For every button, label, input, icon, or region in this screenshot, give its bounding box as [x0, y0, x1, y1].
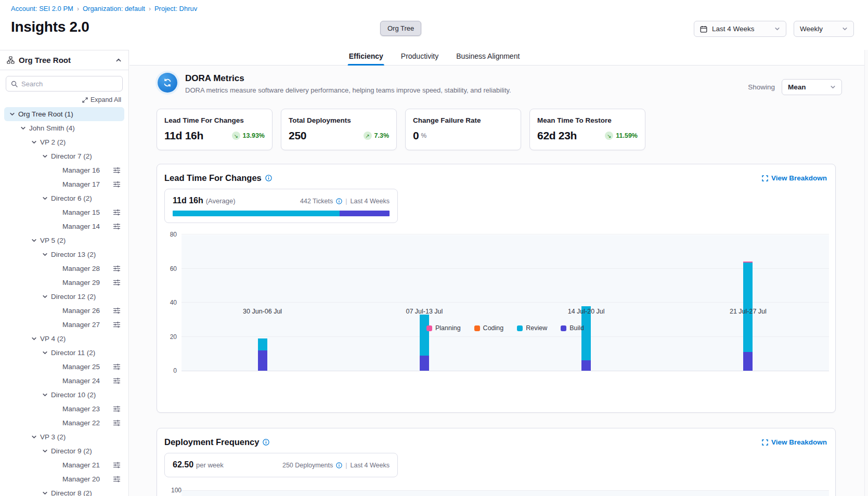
chevron-down-icon[interactable] — [31, 434, 37, 440]
chart-plot-area — [182, 235, 829, 371]
chevron-down-icon[interactable] — [31, 336, 37, 342]
legend-swatch — [426, 325, 432, 331]
chevron-down-icon[interactable] — [42, 350, 48, 356]
chevron-down-icon[interactable] — [42, 195, 48, 201]
view-breakdown-label: View Breakdown — [771, 174, 827, 182]
deployment-frequency-card: Deployment Frequency View Breakdown — [157, 428, 836, 496]
bar-segment-build — [258, 350, 267, 371]
tree-item-director-9-2-[interactable]: Director 9 (2) — [4, 444, 124, 458]
tree-item-label: Manager 29 — [62, 279, 100, 286]
sliders-icon[interactable] — [113, 181, 121, 188]
tree-item-manager-26[interactable]: Manager 26 — [4, 304, 124, 318]
sliders-icon[interactable] — [113, 265, 121, 272]
tree-item-vp-5-2-[interactable]: VP 5 (2) — [4, 233, 124, 247]
breadcrumb-link[interactable]: Account: SEI 2.0 PM — [11, 5, 73, 12]
tree-item-manager-21[interactable]: Manager 21 — [4, 458, 124, 472]
tree-item-label: Manager 25 — [62, 363, 100, 371]
tree-item-director-13-2-[interactable]: Director 13 (2) — [4, 247, 124, 262]
tree-item-manager-24[interactable]: Manager 24 — [4, 374, 124, 388]
search-input[interactable] — [21, 80, 118, 88]
tab-efficiency[interactable]: Efficiency — [348, 50, 384, 66]
chevron-down-icon[interactable] — [42, 153, 48, 159]
tree-item-manager-22[interactable]: Manager 22 — [4, 416, 124, 430]
lead-time-title: Lead Time For Changes — [164, 173, 262, 183]
tree-item-label: Manager 27 — [62, 321, 100, 329]
chevron-down-icon[interactable] — [9, 111, 15, 117]
search-icon — [11, 81, 18, 87]
tree-item-director-12-2-[interactable]: Director 12 (2) — [4, 290, 124, 304]
sliders-icon[interactable] — [113, 462, 121, 468]
tree-item-manager-20[interactable]: Manager 20 — [4, 472, 124, 486]
granularity-select[interactable]: Weekly — [794, 21, 854, 37]
gridline — [182, 268, 829, 269]
tree-item-vp-4-2-[interactable]: VP 4 (2) — [4, 332, 124, 346]
metric-card-total-deployments: Total Deployments250↗7.3% — [281, 109, 397, 150]
tree-item-label: Manager 26 — [62, 307, 100, 315]
sliders-icon[interactable] — [113, 420, 121, 426]
sliders-icon[interactable] — [113, 406, 121, 412]
sliders-icon[interactable] — [113, 377, 121, 384]
chevron-down-icon[interactable] — [31, 139, 37, 145]
chevron-down-icon[interactable] — [42, 252, 48, 257]
sliders-icon[interactable] — [113, 209, 121, 216]
tree-item-director-11-2-[interactable]: Director 11 (2) — [4, 346, 124, 360]
sidebar-collapse-chevron-up-icon[interactable] — [115, 57, 122, 63]
expand-all-button[interactable]: Expand All — [0, 92, 128, 106]
scrollbar-track[interactable] — [864, 50, 868, 496]
sliders-icon[interactable] — [113, 279, 121, 286]
tree-item-director-6-2-[interactable]: Director 6 (2) — [4, 191, 124, 205]
org-tree-search[interactable] — [6, 76, 123, 92]
sliders-icon[interactable] — [113, 307, 121, 314]
info-icon[interactable] — [336, 198, 342, 204]
tree-item-director-7-2-[interactable]: Director 7 (2) — [4, 149, 124, 163]
chevron-down-icon[interactable] — [42, 490, 48, 496]
breadcrumb-link[interactable]: Project: Dhruv — [154, 5, 197, 12]
info-icon[interactable] — [336, 462, 342, 468]
tree-item-manager-15[interactable]: Manager 15 — [4, 205, 124, 219]
granularity-value: Weekly — [800, 25, 823, 33]
tree-item-vp-2-2-[interactable]: VP 2 (2) — [4, 135, 124, 149]
breadcrumb-link[interactable]: Organization: default — [83, 5, 145, 12]
dora-title: DORA Metrics — [185, 73, 511, 84]
sliders-icon[interactable] — [113, 167, 121, 174]
tree-item-vp-3-2-[interactable]: VP 3 (2) — [4, 430, 124, 444]
deployment-view-breakdown[interactable]: View Breakdown — [762, 438, 827, 446]
tree-item-manager-16[interactable]: Manager 16 — [4, 163, 124, 177]
chevron-down-icon[interactable] — [20, 125, 26, 131]
chevron-down-icon[interactable] — [42, 294, 48, 299]
tree-item-manager-23[interactable]: Manager 23 — [4, 402, 124, 416]
metric-value: 11d 16h — [164, 129, 203, 142]
insights-page: Account: SEI 2.0 PM›Organization: defaul… — [0, 0, 868, 496]
chevron-down-icon[interactable] — [42, 392, 48, 398]
dora-cycle-icon — [158, 73, 177, 93]
legend-label: Build — [569, 324, 584, 332]
x-axis-label: 21 Jul-27 Jul — [730, 308, 767, 315]
tree-item-manager-25[interactable]: Manager 25 — [4, 360, 124, 374]
sliders-icon[interactable] — [113, 321, 121, 328]
org-tree-button[interactable]: Org Tree — [380, 21, 421, 36]
tree-item-org-tree-root-1-[interactable]: Org Tree Root (1) — [4, 107, 124, 121]
tree-item-director-10-2-[interactable]: Director 10 (2) — [4, 388, 124, 402]
info-icon[interactable] — [263, 439, 269, 446]
sliders-icon[interactable] — [113, 363, 121, 370]
lead-time-view-breakdown[interactable]: View Breakdown — [762, 174, 827, 182]
tree-item-manager-29[interactable]: Manager 29 — [4, 276, 124, 290]
chevron-down-icon[interactable] — [31, 238, 37, 243]
tab-business-alignment[interactable]: Business Alignment — [455, 50, 521, 66]
gridline — [182, 234, 829, 234]
date-range-select[interactable]: Last 4 Weeks — [694, 21, 786, 37]
tab-bar: EfficiencyProductivityBusiness Alignment — [129, 50, 868, 66]
bar-segment-build — [743, 352, 753, 371]
tree-item-manager-28[interactable]: Manager 28 — [4, 262, 124, 276]
info-icon[interactable] — [265, 175, 272, 181]
tab-productivity[interactable]: Productivity — [400, 50, 439, 66]
tree-item-manager-14[interactable]: Manager 14 — [4, 219, 124, 233]
tree-item-director-8-2-[interactable]: Director 8 (2) — [4, 486, 124, 496]
sliders-icon[interactable] — [113, 223, 121, 230]
tree-item-john-smith-4-[interactable]: John Smith (4) — [4, 121, 124, 135]
chevron-down-icon[interactable] — [42, 448, 48, 454]
sliders-icon[interactable] — [113, 476, 121, 482]
showing-select[interactable]: Mean — [782, 79, 842, 95]
tree-item-manager-17[interactable]: Manager 17 — [4, 177, 124, 191]
tree-item-manager-27[interactable]: Manager 27 — [4, 318, 124, 332]
